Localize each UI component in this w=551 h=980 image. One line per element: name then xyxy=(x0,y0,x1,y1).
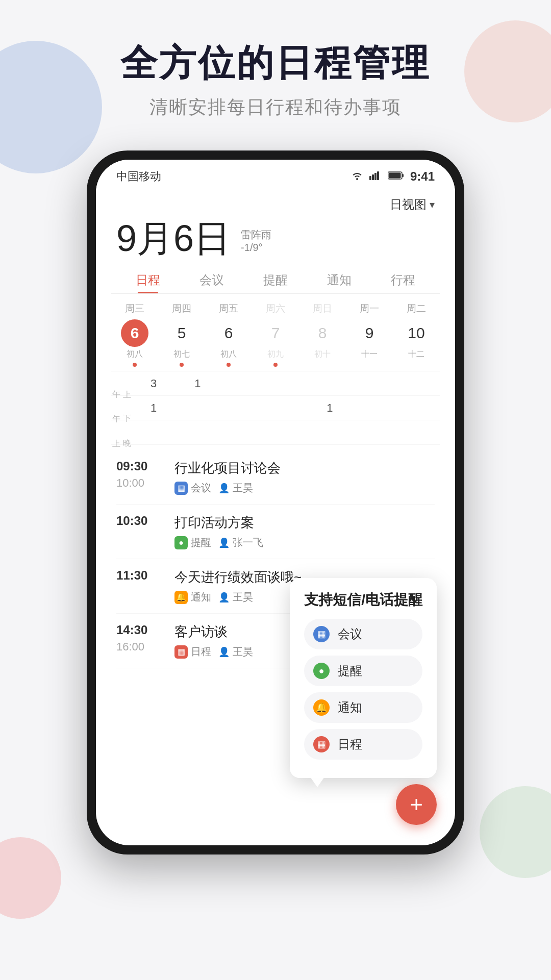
person-icon-4: 👤 xyxy=(218,646,230,658)
view-selector-btn[interactable]: 日视图 ▾ xyxy=(390,196,435,213)
schedule-item-1[interactable]: 09:30 10:00 行业化项目讨论会 ▦ 会议 xyxy=(116,450,435,505)
date-num-7: 7 xyxy=(262,319,289,347)
date-cell-6b[interactable]: 6 初八 xyxy=(205,319,252,367)
end-time-1: 10:00 xyxy=(116,476,162,490)
person-name-3: 王昊 xyxy=(233,590,253,604)
tooltip-meeting[interactable]: ▦ 会议 xyxy=(304,619,422,649)
tooltip-reminder[interactable]: ● 提醒 xyxy=(304,656,422,686)
person-icon-2: 👤 xyxy=(218,537,230,548)
weather-desc: 雷阵雨 xyxy=(241,228,271,242)
tab-schedule[interactable]: 日程 xyxy=(116,265,180,293)
lunar-5: 初七 xyxy=(173,349,190,360)
tooltip-reminder-label: 提醒 xyxy=(338,663,362,679)
schedule-item-2[interactable]: 10:30 打印活动方案 ● 提醒 👤 张 xyxy=(116,505,435,559)
view-selector[interactable]: 日视图 ▾ xyxy=(111,189,440,215)
tooltip-notification-icon: 🔔 xyxy=(313,699,330,716)
tooltip-popup: 支持短信/电话提醒 ▦ 会议 ● 提醒 🔔 通知 ▦ 日程 xyxy=(290,578,437,778)
tooltip-reminder-icon: ● xyxy=(313,663,330,679)
battery-icon xyxy=(388,171,404,183)
week-day-fri: 周五 xyxy=(205,302,252,315)
count-fri-pm xyxy=(220,403,264,413)
tooltip-tail xyxy=(310,777,324,787)
svg-rect-0 xyxy=(369,176,371,180)
date-display: 9月6日 xyxy=(116,220,231,257)
tab-trip[interactable]: 行程 xyxy=(371,265,435,293)
tooltip-schedule-icon: ▦ xyxy=(313,736,330,752)
lunar-8: 初十 xyxy=(314,349,331,360)
count-row-evening: 晚上 xyxy=(111,420,440,445)
type-badge-1: ▦ 会议 xyxy=(174,481,211,495)
count-mon-am xyxy=(352,379,395,389)
tooltip-schedule-label: 日程 xyxy=(338,736,362,752)
person-name-1: 王昊 xyxy=(233,481,253,495)
start-time-2: 10:30 xyxy=(116,514,162,528)
type-badge-2: ● 提醒 xyxy=(174,536,211,549)
count-sun-eve xyxy=(308,428,352,438)
title-2: 打印活动方案 xyxy=(174,514,435,532)
count-tue-am xyxy=(396,379,440,389)
tab-reminder[interactable]: 提醒 xyxy=(244,265,308,293)
time-col-1: 09:30 10:00 xyxy=(116,459,162,490)
svg-rect-6 xyxy=(388,172,400,178)
date-header: 9月6日 雷阵雨 -1/9° xyxy=(111,215,440,265)
status-carrier: 中国移动 xyxy=(116,169,161,184)
count-wed-eve xyxy=(132,428,176,438)
tooltip-meeting-icon: ▦ xyxy=(313,626,330,642)
tooltip-title: 支持短信/电话提醒 xyxy=(304,590,422,610)
weather-info: 雷阵雨 -1/9° xyxy=(241,220,271,254)
date-cell-5[interactable]: 5 初七 xyxy=(158,319,205,367)
meta-1: ▦ 会议 👤 王昊 xyxy=(174,481,435,495)
tab-notification[interactable]: 通知 xyxy=(307,265,371,293)
start-time-3: 11:30 xyxy=(116,568,162,583)
svg-rect-5 xyxy=(402,174,404,177)
date-dot-6 xyxy=(133,363,137,367)
person-name-2: 张一飞 xyxy=(233,536,263,549)
fab-button[interactable]: + xyxy=(396,784,437,825)
title-1: 行业化项目讨论会 xyxy=(174,459,435,477)
time-col-2: 10:30 xyxy=(116,514,162,528)
date-cell-9[interactable]: 9 十一 xyxy=(346,319,393,367)
tooltip-schedule[interactable]: ▦ 日程 xyxy=(304,729,422,760)
signal-icon xyxy=(369,171,382,183)
count-sun-pm: 1 xyxy=(308,396,352,420)
week-days-header: 周三 周四 周五 周六 周日 周一 周二 xyxy=(111,302,440,315)
date-cell-7[interactable]: 7 初九 xyxy=(252,319,299,367)
detail-2: 打印活动方案 ● 提醒 👤 张一飞 xyxy=(174,514,435,549)
svg-rect-3 xyxy=(377,171,379,180)
lunar-6b: 初八 xyxy=(220,349,237,360)
lunar-7: 初九 xyxy=(267,349,284,360)
count-fri-am xyxy=(220,379,264,389)
type-label-4: 日程 xyxy=(191,645,211,659)
type-label-2: 提醒 xyxy=(191,536,211,549)
view-label: 日视图 xyxy=(390,196,427,213)
person-2: 👤 张一飞 xyxy=(218,536,263,549)
lunar-9: 十一 xyxy=(361,349,378,360)
date-num-10: 10 xyxy=(403,319,430,347)
sub-title: 清晰安排每日行程和待办事项 xyxy=(0,95,551,120)
count-row-afternoon: 下午 1 1 xyxy=(111,396,440,420)
fab-icon: + xyxy=(410,792,423,817)
lunar-6: 初八 xyxy=(127,349,143,360)
date-cell-10[interactable]: 10 十二 xyxy=(393,319,440,367)
count-grid: 上午 3 1 下午 1 xyxy=(111,371,440,445)
end-time-4: 16:00 xyxy=(116,640,162,654)
date-cell-8[interactable]: 8 初十 xyxy=(299,319,346,367)
count-mon-pm xyxy=(352,403,395,413)
date-cell-6[interactable]: 6 初八 xyxy=(111,319,158,367)
status-right: 9:41 xyxy=(351,169,435,184)
count-wed-pm: 1 xyxy=(132,396,176,420)
morning-label: 上午 xyxy=(111,371,132,395)
week-calendar: 周三 周四 周五 周六 周日 周一 周二 6 初八 xyxy=(111,294,440,367)
status-bar: 中国移动 9:41 xyxy=(96,160,455,189)
tab-meeting[interactable]: 会议 xyxy=(180,265,244,293)
person-icon-1: 👤 xyxy=(218,483,230,494)
week-day-wed: 周三 xyxy=(111,302,158,315)
week-day-thu: 周四 xyxy=(158,302,205,315)
afternoon-label: 下午 xyxy=(111,396,132,420)
count-wed-am: 3 xyxy=(132,372,176,395)
meeting-icon: ▦ xyxy=(174,482,188,495)
schedule-icon: ▦ xyxy=(174,645,188,659)
time-col-4: 14:30 16:00 xyxy=(116,623,162,654)
count-fri-eve xyxy=(220,428,264,438)
tooltip-notification[interactable]: 🔔 通知 xyxy=(304,692,422,723)
